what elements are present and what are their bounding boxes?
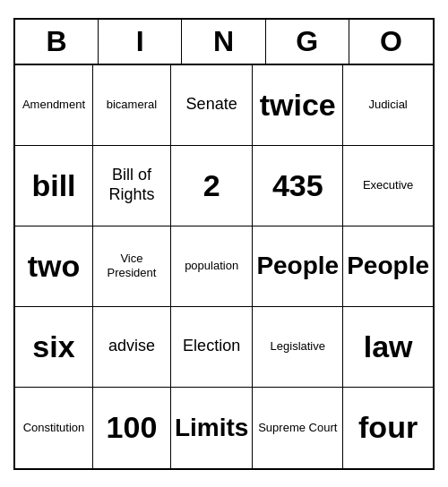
cell-text: People <box>347 251 429 281</box>
cell-r3-c3: Legislative <box>253 307 343 388</box>
cell-text: Executive <box>363 178 413 192</box>
header-letter: N <box>182 20 265 64</box>
cell-text: two <box>28 248 81 285</box>
cell-r2-c4: People <box>343 226 433 307</box>
cell-text: Election <box>183 337 240 356</box>
cell-text: bicameral <box>107 98 157 112</box>
cell-r0-c0: Amendment <box>15 65 93 146</box>
bingo-card: BINGO AmendmentbicameralSenatetwiceJudic… <box>13 18 435 470</box>
cell-text: Supreme Court <box>258 421 337 435</box>
cell-text: 435 <box>272 167 323 204</box>
cell-r3-c0: six <box>15 307 93 388</box>
cell-text: bill <box>31 167 75 204</box>
cell-text: six <box>32 329 74 365</box>
cell-text: Vice President <box>97 252 167 279</box>
bingo-header: BINGO <box>15 20 433 65</box>
cell-r1-c2: 2 <box>171 146 253 226</box>
cell-r2-c0: two <box>15 226 93 307</box>
cell-r1-c0: bill <box>15 146 93 226</box>
header-letter: O <box>349 20 433 64</box>
cell-text: law <box>364 329 413 365</box>
cell-text: 2 <box>203 167 220 204</box>
header-letter: B <box>15 20 99 64</box>
header-letter: I <box>99 20 182 64</box>
cell-r2-c2: population <box>171 226 253 307</box>
header-letter: G <box>266 20 349 64</box>
cell-r3-c1: advise <box>93 307 171 388</box>
cell-r4-c0: Constitution <box>15 388 93 468</box>
cell-text: Legislative <box>271 339 325 354</box>
cell-r1-c3: 435 <box>253 146 343 226</box>
cell-r0-c1: bicameral <box>93 65 171 146</box>
cell-text: 100 <box>107 409 158 446</box>
cell-r4-c2: Limits <box>171 388 253 468</box>
cell-r2-c3: People <box>253 226 343 307</box>
cell-r2-c1: Vice President <box>93 226 171 307</box>
cell-text: advise <box>108 337 155 356</box>
bingo-grid: AmendmentbicameralSenatetwiceJudicialbil… <box>15 65 433 468</box>
cell-text: Constitution <box>23 421 85 435</box>
cell-r1-c4: Executive <box>343 146 433 226</box>
cell-text: People <box>256 251 339 281</box>
cell-text: four <box>358 409 418 446</box>
cell-r4-c4: four <box>343 388 433 468</box>
cell-text: population <box>185 259 238 273</box>
cell-r0-c3: twice <box>253 65 343 146</box>
cell-text: Senate <box>186 95 237 115</box>
cell-text: Judicial <box>368 98 407 112</box>
cell-r0-c2: Senate <box>171 65 253 146</box>
cell-text: Limits <box>175 413 248 443</box>
cell-text: Bill of Rights <box>97 166 167 204</box>
cell-r3-c2: Election <box>171 307 253 388</box>
cell-text: twice <box>260 87 336 124</box>
cell-r4-c1: 100 <box>93 388 171 468</box>
cell-r3-c4: law <box>343 307 433 388</box>
cell-text: Amendment <box>22 98 85 112</box>
cell-r1-c1: Bill of Rights <box>93 146 171 226</box>
cell-r0-c4: Judicial <box>343 65 433 146</box>
cell-r4-c3: Supreme Court <box>253 388 343 468</box>
